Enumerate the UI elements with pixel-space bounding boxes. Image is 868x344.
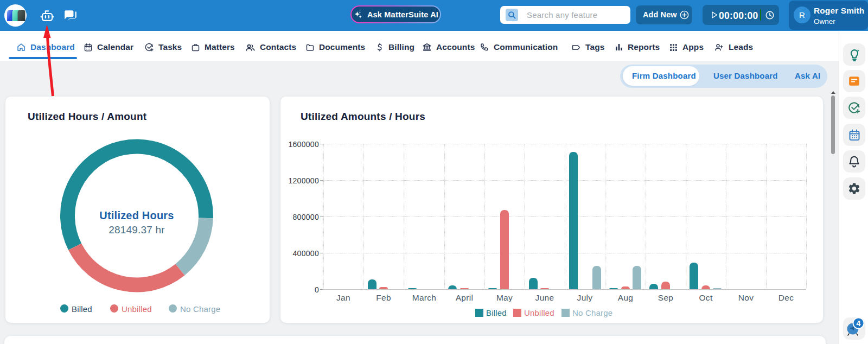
svg-text:4: 4 bbox=[857, 319, 861, 328]
